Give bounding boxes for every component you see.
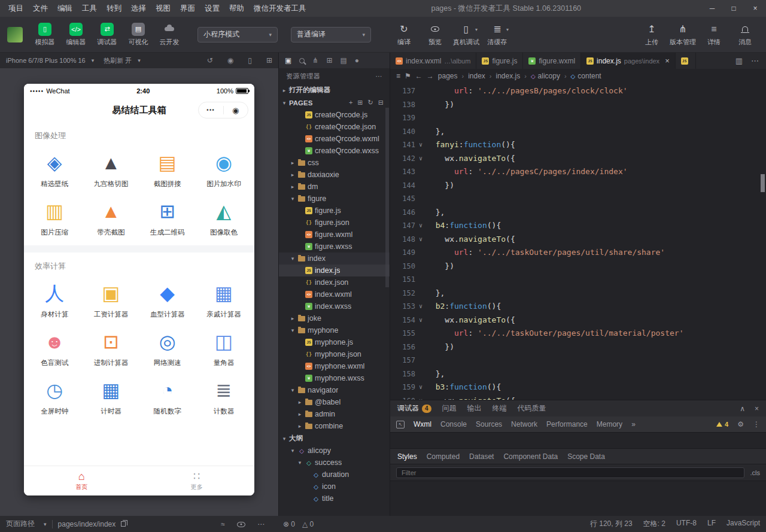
preview-button[interactable]: 预览 — [421, 23, 449, 47]
menu-item[interactable]: 选择 — [126, 0, 151, 17]
tree-item[interactable]: ▸css — [279, 157, 390, 169]
git-branch-icon[interactable]: ⋔ — [312, 56, 318, 65]
encoding-setting[interactable]: UTF-8 — [676, 519, 697, 529]
tree-item[interactable]: JSfigure.js — [279, 205, 390, 217]
outline-item[interactable]: ▾◇success — [279, 457, 390, 469]
outline-item[interactable]: ◇icon — [279, 481, 390, 493]
devtools-tab[interactable]: Wxml — [414, 420, 431, 428]
panel-tab[interactable]: 问题 — [442, 403, 457, 414]
nav-back-button[interactable]: ← — [415, 72, 422, 80]
grid-item[interactable]: ◷全屏时钟 — [26, 376, 83, 416]
inspector-tab[interactable]: Dataset — [469, 452, 494, 461]
fold-icon[interactable]: ∨ — [415, 233, 426, 247]
fold-icon[interactable]: ∨ — [415, 381, 426, 394]
eye-icon[interactable] — [237, 520, 245, 528]
menu-item[interactable]: 界面 — [175, 0, 200, 17]
outline-item[interactable]: ◇duration — [279, 469, 390, 481]
phone-tab-home[interactable]: ⌂首页 — [24, 466, 139, 495]
tree-item[interactable]: ▾figure — [279, 193, 390, 205]
inspector-tab[interactable]: Styles — [397, 452, 417, 461]
code-line[interactable]: 143 url: '../../pagesC/pages/index/index… — [390, 165, 766, 179]
inspect-element-icon[interactable]: ↖ — [396, 421, 405, 428]
tree-item[interactable]: {}figure.json — [279, 217, 390, 229]
tree-item[interactable]: Wmyphone.wxss — [279, 372, 390, 384]
editor-tab[interactable]: JSfigure.js — [476, 53, 523, 69]
tree-item[interactable]: ▾navigator — [279, 384, 390, 396]
record-icon[interactable]: ◉ — [227, 56, 233, 65]
hot-reload-toggle[interactable]: 热刷新 开 — [104, 56, 132, 65]
devtools-tab[interactable]: Memory — [597, 420, 622, 428]
tree-item[interactable]: {}myphone.json — [279, 348, 390, 360]
close-panel-button[interactable]: × — [755, 405, 759, 413]
tree-item[interactable]: ▾myphone — [279, 324, 390, 336]
menu-item[interactable]: 转到 — [102, 0, 126, 17]
clear-cache-button[interactable]: ≣▾清缓存 — [484, 23, 511, 47]
collapse-all-button[interactable]: ⊟ — [378, 99, 384, 107]
fold-icon[interactable]: ∨ — [415, 300, 426, 314]
tree-item[interactable]: ▾index — [279, 253, 390, 265]
grid-item[interactable]: ▤截图拼接 — [139, 148, 196, 189]
phone-tab-more[interactable]: ∷更多 — [139, 466, 255, 495]
multi-window-icon[interactable]: ⊞ — [266, 56, 272, 65]
more-tabs-icon[interactable]: » — [631, 420, 636, 428]
editor-tab[interactable]: <>index.wxml…\album — [390, 53, 476, 69]
tree-item[interactable]: <>figure.wxml — [279, 229, 390, 241]
compile-mode-select[interactable]: 普通编译▾ — [291, 27, 371, 42]
more-icon[interactable]: ⋯ — [257, 520, 265, 528]
minimize-button[interactable]: ─ — [701, 0, 723, 17]
grid-item[interactable]: 人身材计算 — [26, 279, 83, 319]
code-line[interactable]: 158 }, — [390, 367, 766, 381]
tree-item[interactable]: ▸@babel — [279, 396, 390, 408]
code-line[interactable]: 140 }, — [390, 125, 766, 139]
close-button[interactable]: × — [744, 0, 766, 17]
fold-icon[interactable]: ∨ — [415, 138, 426, 152]
new-folder-button[interactable]: ⊞ — [357, 99, 363, 107]
editor-tab[interactable]: JSindex.jspages\index× — [581, 53, 676, 69]
tree-item[interactable]: {}createQrcode.json — [279, 121, 390, 133]
language-mode[interactable]: JavaScript — [727, 519, 760, 529]
breadcrumb-item[interactable]: index — [468, 72, 485, 80]
tree-item[interactable]: WcreateQrcode.wxss — [279, 145, 390, 157]
refresh-button[interactable]: ↻ — [368, 99, 373, 107]
mode-select[interactable]: 小程序模式▾ — [197, 27, 278, 42]
search-icon[interactable] — [299, 56, 305, 65]
code-line[interactable]: 152 }, — [390, 287, 766, 300]
breadcrumb-item[interactable]: pages — [438, 72, 458, 80]
code-line[interactable]: 138 }) — [390, 98, 766, 112]
maximize-button[interactable]: □ — [723, 0, 744, 17]
messages-button[interactable]: 消息 — [731, 23, 759, 47]
code-line[interactable]: 150 }) — [390, 260, 766, 273]
grid-item[interactable]: ▲九宫格切图 — [83, 148, 139, 189]
code-line[interactable]: 147∨ b4:function(){ — [390, 219, 766, 233]
outline-item[interactable]: ▾◇alicopy — [279, 445, 390, 457]
menu-item[interactable]: 设置 — [200, 0, 224, 17]
code-line[interactable]: 156 }) — [390, 341, 766, 354]
cls-toggle[interactable]: .cls — [750, 469, 761, 476]
fold-icon[interactable]: ∨ — [415, 219, 426, 233]
fold-icon[interactable]: ∨ — [415, 394, 426, 400]
tab-close-button[interactable]: × — [665, 56, 670, 65]
code-line[interactable]: 144 }) — [390, 179, 766, 193]
breadcrumb-item[interactable]: ◇alicopy — [531, 72, 560, 80]
outline-list-icon[interactable]: ≡ — [396, 72, 400, 80]
menu-item[interactable]: 文件 — [28, 0, 53, 17]
fold-icon[interactable]: ∨ — [415, 314, 426, 327]
tree-item[interactable]: JSmyphone.js — [279, 336, 390, 348]
tab-more-button[interactable]: ⋯ — [751, 56, 759, 65]
code-line[interactable]: 148∨ wx.navigateTo({ — [390, 233, 766, 247]
tree-item[interactable]: ▸combine — [279, 420, 390, 432]
code-line[interactable]: 151 — [390, 273, 766, 287]
panel-tab[interactable]: 输出 — [467, 403, 482, 414]
outline-item[interactable]: ◇title — [279, 493, 390, 504]
grid-item[interactable]: ☻色盲测试 — [26, 327, 83, 367]
tree-item[interactable]: Windex.wxss — [279, 300, 390, 312]
code-line[interactable]: 142∨ wx.navigateTo({ — [390, 152, 766, 166]
devtools-tab[interactable]: Sources — [476, 420, 502, 428]
problem-counts[interactable]: ⊗ 0 △ 0 — [283, 520, 314, 528]
devtools-settings-icon[interactable]: ⚙ — [737, 420, 744, 428]
menu-item[interactable]: 编辑 — [53, 0, 77, 17]
device-frame-icon[interactable]: ▯ — [248, 56, 252, 65]
grid-item[interactable]: ≣计数器 — [196, 376, 252, 416]
devtools-tab[interactable]: Performance — [546, 420, 588, 428]
tree-item[interactable]: JSindex.js — [279, 265, 390, 276]
